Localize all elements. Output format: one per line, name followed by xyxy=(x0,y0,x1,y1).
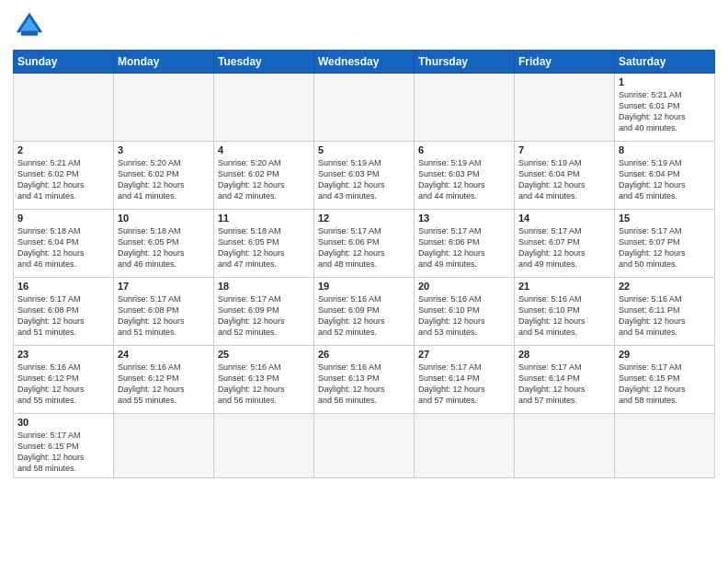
day-info: Sunrise: 5:19 AM Sunset: 6:03 PM Dayligh… xyxy=(318,157,410,202)
day-number: 10 xyxy=(118,213,210,224)
calendar-cell: 12Sunrise: 5:17 AM Sunset: 6:06 PM Dayli… xyxy=(314,210,415,278)
calendar-cell: 5Sunrise: 5:19 AM Sunset: 6:03 PM Daylig… xyxy=(314,142,415,210)
day-info: Sunrise: 5:17 AM Sunset: 6:08 PM Dayligh… xyxy=(118,293,210,339)
day-info: Sunrise: 5:16 AM Sunset: 6:13 PM Dayligh… xyxy=(218,362,310,407)
calendar-cell xyxy=(314,414,415,478)
calendar-cell xyxy=(515,414,615,478)
week-row-2: 9Sunrise: 5:18 AM Sunset: 6:04 PM Daylig… xyxy=(14,210,715,278)
page: SundayMondayTuesdayWednesdayThursdayFrid… xyxy=(0,0,728,563)
calendar-cell xyxy=(415,414,515,478)
calendar-cell: 14Sunrise: 5:17 AM Sunset: 6:07 PM Dayli… xyxy=(515,210,615,278)
week-row-3: 16Sunrise: 5:17 AM Sunset: 6:08 PM Dayli… xyxy=(14,278,715,346)
calendar-cell: 18Sunrise: 5:17 AM Sunset: 6:09 PM Dayli… xyxy=(214,278,314,346)
week-row-5: 30Sunrise: 5:17 AM Sunset: 6:15 PM Dayli… xyxy=(14,414,715,478)
calendar-cell: 15Sunrise: 5:17 AM Sunset: 6:07 PM Dayli… xyxy=(615,210,715,278)
day-info: Sunrise: 5:20 AM Sunset: 6:02 PM Dayligh… xyxy=(118,157,210,202)
day-info: Sunrise: 5:19 AM Sunset: 6:03 PM Dayligh… xyxy=(418,157,510,202)
day-info: Sunrise: 5:17 AM Sunset: 6:07 PM Dayligh… xyxy=(518,225,610,270)
header xyxy=(13,9,715,42)
calendar-cell: 30Sunrise: 5:17 AM Sunset: 6:15 PM Dayli… xyxy=(14,414,114,478)
logo-icon xyxy=(13,9,46,42)
day-info: Sunrise: 5:19 AM Sunset: 6:04 PM Dayligh… xyxy=(619,157,711,202)
calendar-cell: 20Sunrise: 5:16 AM Sunset: 6:10 PM Dayli… xyxy=(415,278,515,346)
day-number: 13 xyxy=(418,213,510,224)
calendar-cell xyxy=(14,74,114,142)
days-row: SundayMondayTuesdayWednesdayThursdayFrid… xyxy=(14,51,715,74)
day-number: 23 xyxy=(17,349,109,360)
day-header-friday: Friday xyxy=(515,51,615,74)
day-number: 18 xyxy=(218,281,310,292)
day-number: 1 xyxy=(619,76,711,87)
day-number: 21 xyxy=(518,281,610,292)
day-number: 25 xyxy=(218,349,310,360)
calendar-cell: 29Sunrise: 5:17 AM Sunset: 6:15 PM Dayli… xyxy=(615,346,715,414)
calendar-cell: 8Sunrise: 5:19 AM Sunset: 6:04 PM Daylig… xyxy=(615,142,715,210)
day-header-wednesday: Wednesday xyxy=(314,51,415,74)
day-info: Sunrise: 5:16 AM Sunset: 6:10 PM Dayligh… xyxy=(518,293,610,339)
day-number: 5 xyxy=(318,144,410,155)
calendar-cell: 6Sunrise: 5:19 AM Sunset: 6:03 PM Daylig… xyxy=(415,142,515,210)
calendar-cell xyxy=(114,74,214,142)
calendar-cell: 2Sunrise: 5:21 AM Sunset: 6:02 PM Daylig… xyxy=(14,142,114,210)
calendar-cell: 3Sunrise: 5:20 AM Sunset: 6:02 PM Daylig… xyxy=(114,142,214,210)
calendar-body: 1Sunrise: 5:21 AM Sunset: 6:01 PM Daylig… xyxy=(14,74,715,478)
day-info: Sunrise: 5:16 AM Sunset: 6:13 PM Dayligh… xyxy=(318,362,410,407)
calendar-cell xyxy=(314,74,415,142)
day-number: 26 xyxy=(318,349,410,360)
calendar-cell xyxy=(214,74,314,142)
day-header-tuesday: Tuesday xyxy=(214,51,314,74)
day-number: 11 xyxy=(218,213,310,224)
calendar-cell: 21Sunrise: 5:16 AM Sunset: 6:10 PM Dayli… xyxy=(515,278,615,346)
calendar-cell xyxy=(615,414,715,478)
day-number: 6 xyxy=(418,144,510,155)
day-number: 22 xyxy=(619,281,711,292)
day-info: Sunrise: 5:20 AM Sunset: 6:02 PM Dayligh… xyxy=(218,157,310,202)
day-info: Sunrise: 5:19 AM Sunset: 6:04 PM Dayligh… xyxy=(518,157,610,202)
logo xyxy=(13,9,50,42)
day-header-saturday: Saturday xyxy=(615,51,715,74)
day-info: Sunrise: 5:17 AM Sunset: 6:15 PM Dayligh… xyxy=(17,430,109,475)
day-number: 28 xyxy=(518,349,610,360)
day-number: 17 xyxy=(118,281,210,292)
day-number: 3 xyxy=(118,144,210,155)
calendar-cell: 16Sunrise: 5:17 AM Sunset: 6:08 PM Dayli… xyxy=(14,278,114,346)
day-number: 12 xyxy=(318,213,410,224)
day-number: 2 xyxy=(17,144,109,155)
week-row-0: 1Sunrise: 5:21 AM Sunset: 6:01 PM Daylig… xyxy=(14,74,715,142)
calendar-cell: 19Sunrise: 5:16 AM Sunset: 6:09 PM Dayli… xyxy=(314,278,415,346)
day-info: Sunrise: 5:17 AM Sunset: 6:14 PM Dayligh… xyxy=(418,362,510,407)
day-info: Sunrise: 5:16 AM Sunset: 6:11 PM Dayligh… xyxy=(619,293,711,339)
calendar-cell xyxy=(415,74,515,142)
day-info: Sunrise: 5:16 AM Sunset: 6:12 PM Dayligh… xyxy=(118,362,210,407)
day-info: Sunrise: 5:17 AM Sunset: 6:07 PM Dayligh… xyxy=(619,225,711,270)
day-number: 14 xyxy=(518,213,610,224)
day-info: Sunrise: 5:17 AM Sunset: 6:09 PM Dayligh… xyxy=(218,293,310,339)
day-info: Sunrise: 5:18 AM Sunset: 6:05 PM Dayligh… xyxy=(218,225,310,270)
day-number: 4 xyxy=(218,144,310,155)
day-info: Sunrise: 5:21 AM Sunset: 6:02 PM Dayligh… xyxy=(17,157,109,202)
calendar-cell: 13Sunrise: 5:17 AM Sunset: 6:06 PM Dayli… xyxy=(415,210,515,278)
day-info: Sunrise: 5:16 AM Sunset: 6:09 PM Dayligh… xyxy=(318,293,410,339)
calendar-cell: 4Sunrise: 5:20 AM Sunset: 6:02 PM Daylig… xyxy=(214,142,314,210)
day-info: Sunrise: 5:17 AM Sunset: 6:06 PM Dayligh… xyxy=(318,225,410,270)
day-info: Sunrise: 5:17 AM Sunset: 6:08 PM Dayligh… xyxy=(17,293,109,339)
calendar-cell xyxy=(515,74,615,142)
day-number: 27 xyxy=(418,349,510,360)
day-number: 15 xyxy=(619,213,711,224)
day-info: Sunrise: 5:17 AM Sunset: 6:15 PM Dayligh… xyxy=(619,362,711,407)
day-number: 20 xyxy=(418,281,510,292)
day-info: Sunrise: 5:21 AM Sunset: 6:01 PM Dayligh… xyxy=(619,89,711,134)
calendar-cell: 17Sunrise: 5:17 AM Sunset: 6:08 PM Dayli… xyxy=(114,278,214,346)
calendar-cell xyxy=(114,414,214,478)
calendar-cell: 7Sunrise: 5:19 AM Sunset: 6:04 PM Daylig… xyxy=(515,142,615,210)
day-info: Sunrise: 5:17 AM Sunset: 6:06 PM Dayligh… xyxy=(418,225,510,270)
svg-rect-2 xyxy=(21,30,38,35)
calendar-cell: 11Sunrise: 5:18 AM Sunset: 6:05 PM Dayli… xyxy=(214,210,314,278)
day-header-monday: Monday xyxy=(114,51,214,74)
calendar-cell: 26Sunrise: 5:16 AM Sunset: 6:13 PM Dayli… xyxy=(314,346,415,414)
calendar: SundayMondayTuesdayWednesdayThursdayFrid… xyxy=(13,50,715,478)
day-info: Sunrise: 5:17 AM Sunset: 6:14 PM Dayligh… xyxy=(518,362,610,407)
calendar-cell xyxy=(214,414,314,478)
day-header-sunday: Sunday xyxy=(14,51,114,74)
day-number: 7 xyxy=(518,144,610,155)
